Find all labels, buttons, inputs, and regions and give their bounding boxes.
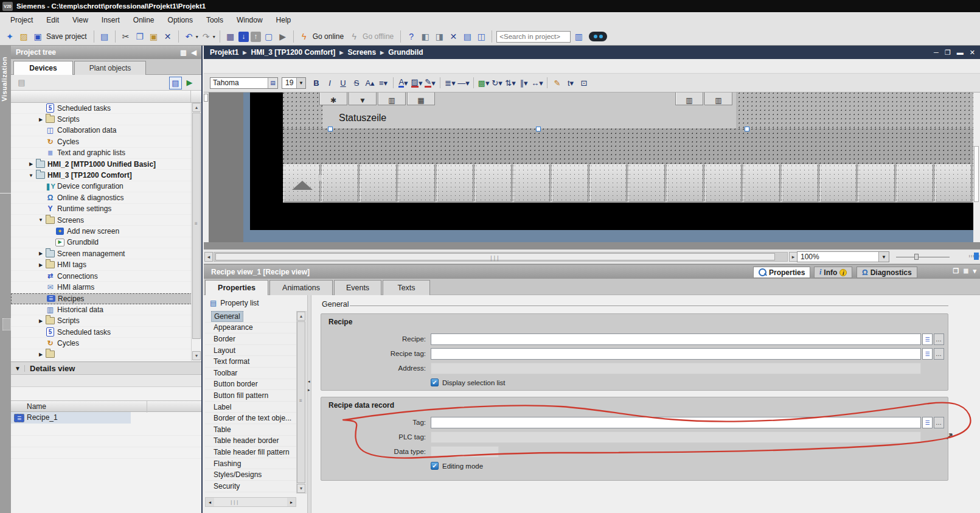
breadcrumb-screens[interactable]: Screens: [347, 48, 376, 57]
tree-item-hmi-2-mtp1000-unified-basic[interactable]: ▶HMI_2 [MTP1000 Unified Basic]: [11, 159, 192, 170]
nav-button[interactable]: [743, 164, 780, 202]
redo-icon[interactable]: ↷: [200, 30, 212, 43]
maximize-icon[interactable]: ▬: [957, 49, 964, 56]
tree-item-add-new-screen[interactable]: ✦Add new screen: [11, 226, 192, 237]
tree-item-hmi-3-tp1200-comfort[interactable]: ▼HMI_3 [TP1200 Comfort]: [11, 170, 192, 181]
arrange-icon[interactable]: ⇅▾: [504, 77, 517, 89]
bold-icon[interactable]: B: [310, 77, 323, 89]
tab-devices[interactable]: Devices: [13, 61, 73, 75]
tab-properties[interactable]: Properties: [205, 280, 268, 295]
collapse-panel-icon[interactable]: ◀: [192, 49, 196, 57]
browse-button[interactable]: …: [934, 417, 944, 428]
scroll-left-icon[interactable]: ◂: [204, 252, 213, 262]
scroll-up-icon[interactable]: ▴: [192, 103, 201, 112]
tab-plant-objects[interactable]: Plant objects: [74, 61, 146, 75]
zoom-slider-knob[interactable]: [914, 254, 919, 260]
expand-icon[interactable]: ▶: [38, 318, 44, 324]
menu-project[interactable]: Project: [4, 13, 40, 27]
property-node-border[interactable]: Border: [205, 333, 296, 345]
expand-icon[interactable]: ▶: [28, 161, 34, 167]
property-node-table[interactable]: Table: [205, 424, 296, 436]
tab-texts[interactable]: Texts: [383, 280, 430, 295]
inspector-tab-diagnostics[interactable]: Ω Diagnostics: [857, 267, 917, 278]
selection-handle[interactable]: [328, 127, 333, 131]
menu-help[interactable]: Help: [269, 13, 298, 27]
tree-item-runtime-settings[interactable]: YRuntime settings: [11, 204, 192, 215]
property-node-text-format[interactable]: Text format: [205, 356, 296, 368]
scroll-up-icon[interactable]: ▴: [297, 312, 305, 321]
tree-item-hmi-alarms[interactable]: ✉HMI alarms: [11, 282, 192, 293]
minimize-icon[interactable]: ─: [934, 49, 939, 56]
split-editor-vertical-icon[interactable]: ◫: [475, 30, 487, 43]
collapse-panel-icon[interactable]: ▾: [973, 267, 976, 275]
rail-drag-handle[interactable]: [2, 318, 11, 330]
font-family-select[interactable]: Tahoma ▤: [210, 77, 278, 89]
collapse-icon[interactable]: ▼: [38, 217, 44, 223]
cross-references-icon[interactable]: ✕: [447, 30, 459, 43]
edit-record-icon[interactable]: ▦: [407, 92, 435, 105]
property-node-general[interactable]: General: [205, 311, 296, 323]
align-icon[interactable]: ∥▾: [517, 77, 530, 89]
tree-item-scripts[interactable]: ▶Scripts: [11, 114, 192, 125]
library-view-icon[interactable]: ▥: [572, 30, 585, 43]
save-project-button[interactable]: ▣: [32, 30, 44, 43]
rotate-icon[interactable]: ↻▾: [490, 77, 504, 89]
delete-record-icon[interactable]: ▥: [378, 92, 406, 105]
checkbox-display-selection-list[interactable]: ✔: [431, 379, 439, 386]
chevron-down-icon[interactable]: ▼: [296, 78, 305, 88]
open-selection-list-icon[interactable]: ☰: [922, 333, 933, 345]
font-size-select[interactable]: 19 ▼: [282, 77, 306, 89]
expand-icon[interactable]: ▶: [38, 251, 44, 256]
tree-item-online-diagnostics[interactable]: ΩOnline & diagnostics: [11, 192, 192, 203]
download-to-device-icon[interactable]: ↓: [238, 32, 249, 42]
line-style-icon[interactable]: ≣▾: [443, 77, 457, 89]
property-node-styles-designs[interactable]: Styles/Designs: [205, 469, 296, 481]
tree-item-screen-management[interactable]: ▶Screen management: [11, 248, 192, 259]
selection-handle[interactable]: [745, 127, 749, 131]
chevron-down-icon[interactable]: ▾: [196, 34, 198, 40]
print-icon[interactable]: ▤: [99, 30, 111, 43]
details-view-header[interactable]: ▼ Details view: [11, 361, 201, 375]
scroll-right-icon[interactable]: ▸: [789, 252, 798, 262]
field-tag[interactable]: [431, 417, 921, 428]
accessible-devices-icon[interactable]: ?: [405, 30, 417, 43]
open-project-icon[interactable]: ▨: [18, 30, 30, 43]
selection-handle[interactable]: [536, 127, 541, 131]
nav-button[interactable]: [705, 164, 742, 202]
border-color-icon[interactable]: ✎▾: [423, 77, 437, 89]
tree-scrollbar[interactable]: ▴ ≡ ▾: [191, 103, 201, 361]
stop-window-icon[interactable]: ◨: [433, 30, 445, 43]
tree-item-hmi-tags[interactable]: ▶HMI tags: [11, 259, 192, 270]
line-width-icon[interactable]: —▾: [457, 77, 470, 89]
property-node-table-header-fill-pattern[interactable]: Table header fill pattern: [205, 447, 296, 458]
breadcrumb-hmi-3-tp1200-comfort[interactable]: HMI_3 [TP1200 Comfort]: [251, 48, 336, 57]
start-simulation-icon[interactable]: ▢: [263, 30, 275, 43]
tree-item-cycles[interactable]: ↻Cycles: [11, 136, 192, 147]
field-recipe[interactable]: [431, 333, 921, 345]
table-edit-icon[interactable]: ▤: [16, 77, 27, 88]
tree-item-connections[interactable]: ⇄Connections: [11, 271, 192, 282]
undo-icon[interactable]: ↶: [183, 30, 195, 43]
scroll-left-icon[interactable]: ◂: [206, 498, 214, 506]
paste-icon[interactable]: ▣: [148, 30, 160, 43]
property-node-button-border[interactable]: Button border: [205, 379, 296, 391]
tree-item-historical-data[interactable]: ▥Historical data: [11, 304, 192, 315]
nav-button[interactable]: [513, 164, 550, 202]
canvas-horizontal-scrollbar[interactable]: ∣∣∣: [214, 252, 788, 262]
underline-icon[interactable]: U: [336, 77, 350, 89]
tree-item-partial[interactable]: ▶: [11, 349, 192, 360]
menu-window[interactable]: Window: [230, 13, 269, 27]
tree-item-scheduled-tasks[interactable]: 5Scheduled tasks: [11, 327, 192, 338]
nav-button[interactable]: [475, 164, 512, 202]
tree-scrollbar-thumb[interactable]: ≡: [192, 113, 201, 339]
new-record-icon[interactable]: ✱: [319, 92, 347, 105]
split-editor-horizontal-icon[interactable]: ▤: [461, 30, 473, 43]
search-input[interactable]: [496, 31, 571, 43]
font-color-icon[interactable]: A▾: [397, 77, 410, 89]
nav-button[interactable]: [935, 164, 971, 202]
fill-color-icon[interactable]: ▩▾: [477, 77, 490, 89]
paragraph-icon[interactable]: ≡▾: [377, 77, 390, 89]
compile-icon[interactable]: ▦: [224, 30, 237, 43]
breadcrumb-projekt1[interactable]: Projekt1: [210, 48, 238, 57]
fit-to-screen-icon[interactable]: [974, 253, 979, 260]
